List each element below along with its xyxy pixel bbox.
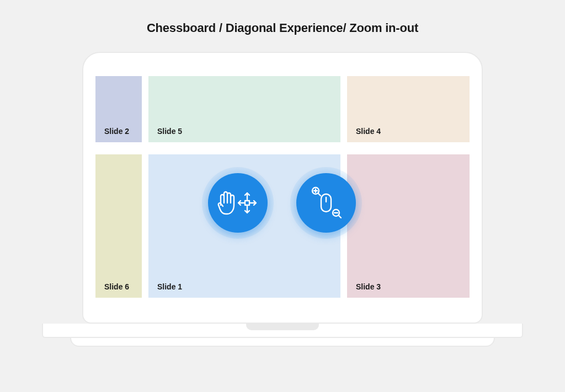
laptop-frame: Slide 2 Slide 5 Slide 4 Slide 6 Slide 1 … xyxy=(82,52,483,324)
slide-tile[interactable]: Slide 2 xyxy=(95,76,142,142)
slide-tile[interactable]: Slide 5 xyxy=(148,76,340,142)
slide-label: Slide 6 xyxy=(104,282,129,291)
svg-rect-1 xyxy=(321,194,331,212)
canvas-actions xyxy=(202,167,362,239)
slide-label: Slide 1 xyxy=(157,282,182,291)
svg-line-8 xyxy=(339,216,342,218)
pan-action[interactable] xyxy=(202,167,274,239)
slide-tile[interactable]: Slide 4 xyxy=(347,76,470,142)
svg-line-4 xyxy=(318,194,321,196)
zoom-action[interactable] xyxy=(290,167,362,239)
slide-canvas[interactable]: Slide 2 Slide 5 Slide 4 Slide 6 Slide 1 … xyxy=(95,76,470,313)
slide-label: Slide 3 xyxy=(356,282,381,291)
page-title: Chessboard / Diagonal Experience/ Zoom i… xyxy=(0,0,565,35)
laptop-base xyxy=(42,324,523,348)
mouse-zoom-icon xyxy=(307,185,345,221)
slide-label: Slide 2 xyxy=(104,127,129,136)
svg-rect-0 xyxy=(245,201,249,205)
slide-label: Slide 4 xyxy=(356,127,381,136)
slide-tile[interactable]: Slide 3 xyxy=(347,154,470,298)
laptop-screen: Slide 2 Slide 5 Slide 4 Slide 6 Slide 1 … xyxy=(82,52,483,324)
hand-move-icon xyxy=(216,186,259,219)
slide-row-top: Slide 2 Slide 5 Slide 4 xyxy=(95,76,470,142)
slide-tile[interactable]: Slide 6 xyxy=(95,154,142,298)
slide-label: Slide 5 xyxy=(157,127,182,136)
